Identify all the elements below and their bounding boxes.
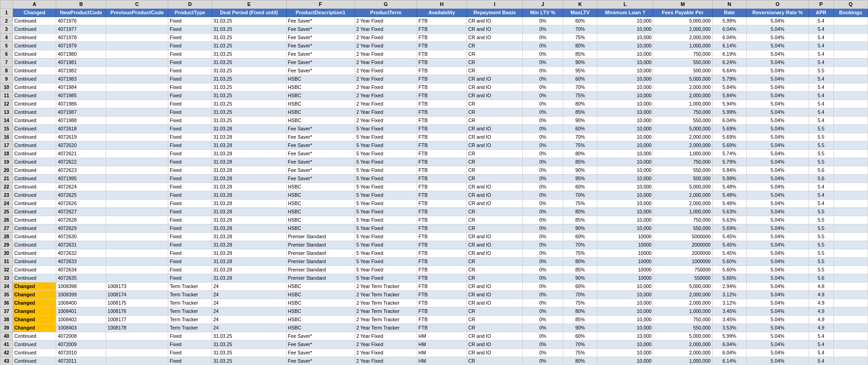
col-letter-row: A B C D E F G H I J K L M N O P Q	[0, 0, 868, 9]
col-letter-n[interactable]: N	[712, 0, 746, 9]
table-body: 2Continued4071976Fixed31.03.25Fee Saver*…	[0, 17, 868, 365]
table-row[interactable]: 8Continued4071982Fixed31.03.25Fee Saver*…	[0, 67, 868, 75]
table-row[interactable]: 6Continued4071980Fixed31.03.25Fee Saver*…	[0, 50, 868, 59]
col-letter-m[interactable]: M	[653, 0, 712, 9]
table-row[interactable]: 25Continued4072627Fixed31.03.28HSBC5 Yea…	[0, 208, 868, 216]
table-row[interactable]: 40Continued4072008Fixed31.03.25Fee Saver…	[0, 332, 868, 341]
table-row[interactable]: 23Continued4072625Fixed31.03.28HSBC5 Yea…	[0, 191, 868, 200]
table-row[interactable]: 2Continued4071976Fixed31.03.25Fee Saver*…	[0, 17, 868, 25]
table-row[interactable]: 29Continued4072631Fixed31.03.28Premier S…	[0, 241, 868, 249]
col-letter-q[interactable]: Q	[833, 0, 868, 9]
col-letter-d[interactable]: D	[168, 0, 212, 9]
table-row[interactable]: 20Continued4072623Fixed31.03.28Fee Saver…	[0, 166, 868, 175]
col-letter-c[interactable]: C	[106, 0, 168, 9]
table-row[interactable]: 38Changed10084021008177Term Tracker24HSB…	[0, 316, 868, 324]
corner-cell	[0, 0, 13, 9]
table-row[interactable]: 21Continued4071995Fixed31.03.28Fee Saver…	[0, 175, 868, 183]
col-letter-l[interactable]: L	[597, 0, 653, 9]
table-row[interactable]: 42Continued4072010Fixed31.03.25Fee Saver…	[0, 349, 868, 357]
table-row[interactable]: 30Continued4072632Fixed31.03.28Premier S…	[0, 249, 868, 258]
header-row: 1 Changed NewProductCode PreviousProduct…	[0, 9, 868, 17]
header-rate: Rate	[712, 9, 746, 17]
table-row[interactable]: 31Continued4072633Fixed31.03.28Premier S…	[0, 258, 868, 266]
col-letter-h[interactable]: H	[417, 0, 466, 9]
table-row[interactable]: 37Changed10084011008176Term Tracker24HSB…	[0, 307, 868, 316]
col-letter-e[interactable]: E	[212, 0, 286, 9]
spreadsheet: A B C D E F G H I J K L M N O P Q 1 Chan…	[0, 0, 868, 365]
table-row[interactable]: 39Changed10084031008178Term Tracker24HSB…	[0, 324, 868, 332]
header-repaymentbasis: Repayment Basis	[466, 9, 522, 17]
table-row[interactable]: 27Continued4072629Fixed31.03.28HSBC5 Yea…	[0, 224, 868, 233]
table-row[interactable]: 19Continued4072622Fixed31.03.28Fee Saver…	[0, 158, 868, 166]
table-row[interactable]: 22Continued4072624Fixed31.03.28HSBC5 Yea…	[0, 183, 868, 191]
table-row[interactable]: 41Continued4072009Fixed31.03.25Fee Saver…	[0, 341, 868, 349]
header-apr: APR	[809, 9, 833, 17]
table-row[interactable]: 15Continued4072618Fixed31.03.28Fee Saver…	[0, 125, 868, 133]
col-letter-i[interactable]: I	[466, 0, 522, 9]
col-letter-a[interactable]: A	[12, 0, 56, 9]
table-row[interactable]: 36Changed10084001008175Term Tracker24HSB…	[0, 299, 868, 307]
table-row[interactable]: 43Continued4072011Fixed31.03.25Fee Saver…	[0, 357, 868, 365]
table-row[interactable]: 14Continued4071988Fixed31.03.25HSBC2 Yea…	[0, 117, 868, 125]
table-row[interactable]: 3Continued4071977Fixed31.03.25Fee Saver*…	[0, 25, 868, 34]
table-row[interactable]: 16Continued4072619Fixed31.03.28Fee Saver…	[0, 133, 868, 141]
col-letter-o[interactable]: O	[746, 0, 809, 9]
header-bookings: Bookings	[833, 9, 868, 17]
table-row[interactable]: 28Continued4072630Fixed31.03.28Premier S…	[0, 233, 868, 241]
header-minltv: Min LTV %	[523, 9, 563, 17]
table-row[interactable]: 7Continued4071981Fixed31.03.25Fee Saver*…	[0, 59, 868, 67]
table-row[interactable]: 24Continued4072626Fixed31.03.28HSBC5 Yea…	[0, 200, 868, 208]
table-row[interactable]: 10Continued4071984Fixed31.03.25HSBC2 Yea…	[0, 83, 868, 92]
header-row-num: 1	[0, 9, 13, 17]
table-row[interactable]: 5Continued4071979Fixed31.03.25Fee Saver*…	[0, 42, 868, 50]
col-letter-p[interactable]: P	[809, 0, 833, 9]
header-availability: Availability	[417, 9, 466, 17]
header-minimumloan: Minimum Loan ?	[597, 9, 653, 17]
table-row[interactable]: 4Continued4071978Fixed31.03.25Fee Saver*…	[0, 34, 868, 42]
table-row[interactable]: 32Continued4072634Fixed31.03.28Premier S…	[0, 266, 868, 274]
table-row[interactable]: 35Changed10083991008174Term Tracker24HSB…	[0, 291, 868, 299]
header-dealperiod: Deal Period (Fixed until)	[212, 9, 286, 17]
col-letter-f[interactable]: F	[286, 0, 354, 9]
header-producttype: ProductType	[168, 9, 212, 17]
header-newproductcode: NewProductCode	[56, 9, 106, 17]
data-table: A B C D E F G H I J K L M N O P Q 1 Chan…	[0, 0, 868, 365]
header-productdescription: ProductDescription1	[286, 9, 354, 17]
header-feespayable: Fees Payable Per	[653, 9, 712, 17]
col-letter-j[interactable]: J	[523, 0, 563, 9]
col-letter-b[interactable]: B	[56, 0, 106, 9]
header-previousproductcode: PreviousProductCode	[106, 9, 168, 17]
table-row[interactable]: 11Continued4071985Fixed31.03.25HSBC2 Yea…	[0, 92, 868, 100]
table-row[interactable]: 17Continued4072620Fixed31.03.28Fee Saver…	[0, 141, 868, 150]
header-productterm: ProductTerm	[354, 9, 417, 17]
col-letter-g[interactable]: G	[354, 0, 417, 9]
table-row[interactable]: 33Continued4072635Fixed31.03.28Premier S…	[0, 274, 868, 283]
table-row[interactable]: 34Changed10083981008173Term Tracker24HSB…	[0, 283, 868, 291]
col-letter-k[interactable]: K	[563, 0, 597, 9]
table-row[interactable]: 12Continued4071986Fixed31.03.25HSBC2 Yea…	[0, 100, 868, 108]
header-reversionaryrate: Reversionary Rate %	[746, 9, 809, 17]
table-row[interactable]: 13Continued4071987Fixed31.03.25HSBC2 Yea…	[0, 108, 868, 117]
header-maxltv: MaxLTV	[563, 9, 597, 17]
table-row[interactable]: 18Continued4072621Fixed31.03.28Fee Saver…	[0, 150, 868, 158]
table-row[interactable]: 9Continued4071983Fixed31.03.25HSBC2 Year…	[0, 75, 868, 83]
table-row[interactable]: 26Continued4072628Fixed31.03.28HSBC5 Yea…	[0, 216, 868, 224]
header-changed: Changed	[12, 9, 56, 17]
